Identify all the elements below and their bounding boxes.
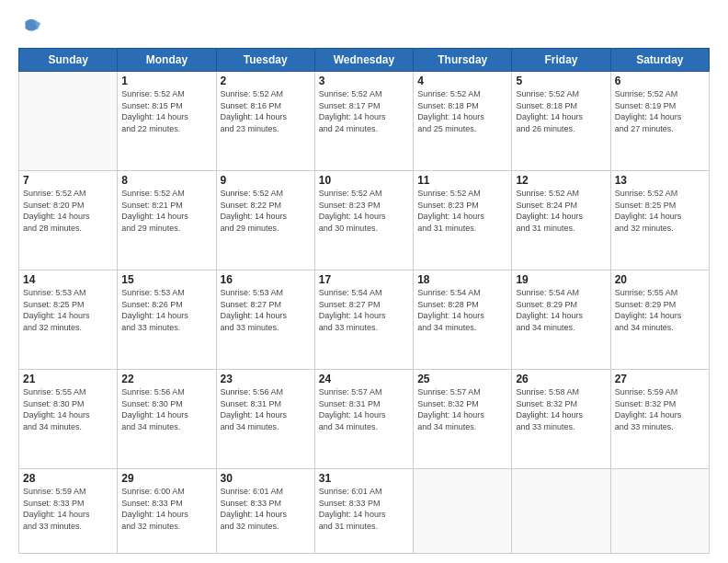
day-info: Sunrise: 5:52 AM Sunset: 8:22 PM Dayligh… — [221, 188, 311, 234]
day-number: 5 — [516, 75, 606, 87]
calendar-cell: 10Sunrise: 5:52 AM Sunset: 8:23 PM Dayli… — [314, 170, 413, 270]
day-info: Sunrise: 5:52 AM Sunset: 8:23 PM Dayligh… — [417, 188, 507, 234]
calendar-cell: 30Sunrise: 6:01 AM Sunset: 8:33 PM Dayli… — [216, 468, 314, 553]
calendar-day-header: Friday — [512, 49, 610, 72]
calendar-cell: 2Sunrise: 5:52 AM Sunset: 8:16 PM Daylig… — [216, 72, 314, 171]
day-number: 16 — [221, 273, 311, 286]
day-number: 27 — [615, 373, 705, 385]
day-number: 19 — [516, 273, 606, 286]
day-number: 11 — [417, 174, 507, 187]
day-info: Sunrise: 5:56 AM Sunset: 8:30 PM Dayligh… — [121, 386, 211, 432]
logo — [18, 15, 48, 40]
calendar-week-row: 1Sunrise: 5:52 AM Sunset: 8:15 PM Daylig… — [19, 72, 710, 171]
day-number: 30 — [221, 472, 311, 485]
day-info: Sunrise: 5:54 AM Sunset: 8:27 PM Dayligh… — [319, 287, 409, 333]
day-info: Sunrise: 5:53 AM Sunset: 8:25 PM Dayligh… — [23, 287, 113, 333]
day-info: Sunrise: 5:53 AM Sunset: 8:26 PM Dayligh… — [121, 287, 211, 333]
calendar-day-header: Thursday — [414, 49, 512, 72]
calendar-cell: 17Sunrise: 5:54 AM Sunset: 8:27 PM Dayli… — [314, 270, 413, 369]
calendar-cell: 12Sunrise: 5:52 AM Sunset: 8:24 PM Dayli… — [512, 170, 610, 270]
day-info: Sunrise: 5:59 AM Sunset: 8:33 PM Dayligh… — [23, 486, 113, 532]
day-number: 31 — [319, 472, 409, 485]
calendar-cell: 6Sunrise: 5:52 AM Sunset: 8:19 PM Daylig… — [610, 72, 709, 171]
calendar-cell: 21Sunrise: 5:55 AM Sunset: 8:30 PM Dayli… — [19, 369, 118, 468]
day-info: Sunrise: 5:54 AM Sunset: 8:29 PM Dayligh… — [516, 287, 606, 333]
day-info: Sunrise: 6:00 AM Sunset: 8:33 PM Dayligh… — [121, 486, 211, 532]
day-info: Sunrise: 5:52 AM Sunset: 8:23 PM Dayligh… — [319, 188, 409, 234]
calendar-day-header: Tuesday — [216, 49, 314, 72]
day-info: Sunrise: 5:56 AM Sunset: 8:31 PM Dayligh… — [221, 386, 311, 432]
day-number: 7 — [23, 174, 113, 187]
calendar-table: SundayMondayTuesdayWednesdayThursdayFrid… — [18, 48, 710, 554]
day-info: Sunrise: 5:52 AM Sunset: 8:15 PM Dayligh… — [121, 88, 211, 134]
day-info: Sunrise: 5:52 AM Sunset: 8:18 PM Dayligh… — [417, 88, 507, 134]
calendar-header-row: SundayMondayTuesdayWednesdayThursdayFrid… — [19, 49, 710, 72]
day-info: Sunrise: 5:53 AM Sunset: 8:27 PM Dayligh… — [221, 287, 311, 333]
calendar-week-row: 28Sunrise: 5:59 AM Sunset: 8:33 PM Dayli… — [19, 468, 710, 553]
day-info: Sunrise: 6:01 AM Sunset: 8:33 PM Dayligh… — [221, 486, 311, 532]
calendar-day-header: Monday — [118, 49, 216, 72]
day-info: Sunrise: 5:52 AM Sunset: 8:16 PM Dayligh… — [221, 88, 311, 134]
calendar-cell: 3Sunrise: 5:52 AM Sunset: 8:17 PM Daylig… — [314, 72, 413, 171]
day-info: Sunrise: 5:57 AM Sunset: 8:31 PM Dayligh… — [319, 386, 409, 432]
calendar-cell: 4Sunrise: 5:52 AM Sunset: 8:18 PM Daylig… — [414, 72, 512, 171]
day-number: 28 — [23, 472, 113, 485]
day-info: Sunrise: 5:54 AM Sunset: 8:28 PM Dayligh… — [417, 287, 507, 333]
day-info: Sunrise: 5:52 AM Sunset: 8:19 PM Dayligh… — [615, 88, 705, 134]
day-info: Sunrise: 5:57 AM Sunset: 8:32 PM Dayligh… — [417, 386, 507, 432]
calendar-cell: 20Sunrise: 5:55 AM Sunset: 8:29 PM Dayli… — [610, 270, 709, 369]
day-info: Sunrise: 5:59 AM Sunset: 8:32 PM Dayligh… — [615, 386, 705, 432]
day-number: 18 — [417, 273, 507, 286]
day-info: Sunrise: 5:52 AM Sunset: 8:21 PM Dayligh… — [121, 188, 211, 234]
day-number: 17 — [319, 273, 409, 286]
day-number: 8 — [121, 174, 211, 187]
day-info: Sunrise: 5:52 AM Sunset: 8:24 PM Dayligh… — [516, 188, 606, 234]
day-number: 24 — [319, 373, 409, 385]
calendar-cell: 5Sunrise: 5:52 AM Sunset: 8:18 PM Daylig… — [512, 72, 610, 171]
day-number: 12 — [516, 174, 606, 187]
calendar-cell: 31Sunrise: 6:01 AM Sunset: 8:33 PM Dayli… — [314, 468, 413, 553]
day-info: Sunrise: 5:55 AM Sunset: 8:30 PM Dayligh… — [23, 386, 113, 432]
calendar-cell: 25Sunrise: 5:57 AM Sunset: 8:32 PM Dayli… — [414, 369, 512, 468]
calendar-cell: 19Sunrise: 5:54 AM Sunset: 8:29 PM Dayli… — [512, 270, 610, 369]
calendar-cell: 24Sunrise: 5:57 AM Sunset: 8:31 PM Dayli… — [314, 369, 413, 468]
day-number: 22 — [121, 373, 211, 385]
calendar-cell: 8Sunrise: 5:52 AM Sunset: 8:21 PM Daylig… — [118, 170, 216, 270]
day-number: 6 — [615, 75, 705, 87]
calendar-cell: 9Sunrise: 5:52 AM Sunset: 8:22 PM Daylig… — [216, 170, 314, 270]
calendar-day-header: Saturday — [610, 49, 709, 72]
day-number: 3 — [319, 75, 409, 87]
calendar-cell: 22Sunrise: 5:56 AM Sunset: 8:30 PM Dayli… — [118, 369, 216, 468]
calendar-cell: 11Sunrise: 5:52 AM Sunset: 8:23 PM Dayli… — [414, 170, 512, 270]
day-info: Sunrise: 5:52 AM Sunset: 8:20 PM Dayligh… — [23, 188, 113, 234]
day-info: Sunrise: 5:52 AM Sunset: 8:18 PM Dayligh… — [516, 88, 606, 134]
day-number: 20 — [615, 273, 705, 286]
day-info: Sunrise: 5:52 AM Sunset: 8:25 PM Dayligh… — [615, 188, 705, 234]
day-info: Sunrise: 5:52 AM Sunset: 8:17 PM Dayligh… — [319, 88, 409, 134]
calendar-cell: 16Sunrise: 5:53 AM Sunset: 8:27 PM Dayli… — [216, 270, 314, 369]
calendar-cell: 23Sunrise: 5:56 AM Sunset: 8:31 PM Dayli… — [216, 369, 314, 468]
calendar-day-header: Wednesday — [314, 49, 413, 72]
page: SundayMondayTuesdayWednesdayThursdayFrid… — [0, 0, 728, 563]
day-number: 23 — [221, 373, 311, 385]
calendar-cell: 1Sunrise: 5:52 AM Sunset: 8:15 PM Daylig… — [118, 72, 216, 171]
day-number: 15 — [121, 273, 211, 286]
calendar-day-header: Sunday — [19, 49, 118, 72]
calendar-cell: 26Sunrise: 5:58 AM Sunset: 8:32 PM Dayli… — [512, 369, 610, 468]
calendar-cell: 18Sunrise: 5:54 AM Sunset: 8:28 PM Dayli… — [414, 270, 512, 369]
day-number: 1 — [121, 75, 211, 87]
calendar-cell: 14Sunrise: 5:53 AM Sunset: 8:25 PM Dayli… — [19, 270, 118, 369]
calendar-week-row: 21Sunrise: 5:55 AM Sunset: 8:30 PM Dayli… — [19, 369, 710, 468]
day-number: 4 — [417, 75, 507, 87]
day-number: 13 — [615, 174, 705, 187]
day-number: 21 — [23, 373, 113, 385]
day-info: Sunrise: 5:58 AM Sunset: 8:32 PM Dayligh… — [516, 386, 606, 432]
calendar-cell: 7Sunrise: 5:52 AM Sunset: 8:20 PM Daylig… — [19, 170, 118, 270]
calendar-cell — [512, 468, 610, 553]
day-number: 14 — [23, 273, 113, 286]
calendar-cell: 28Sunrise: 5:59 AM Sunset: 8:33 PM Dayli… — [19, 468, 118, 553]
day-number: 9 — [221, 174, 311, 187]
calendar-week-row: 7Sunrise: 5:52 AM Sunset: 8:20 PM Daylig… — [19, 170, 710, 270]
calendar-cell — [414, 468, 512, 553]
calendar-cell — [19, 72, 118, 171]
